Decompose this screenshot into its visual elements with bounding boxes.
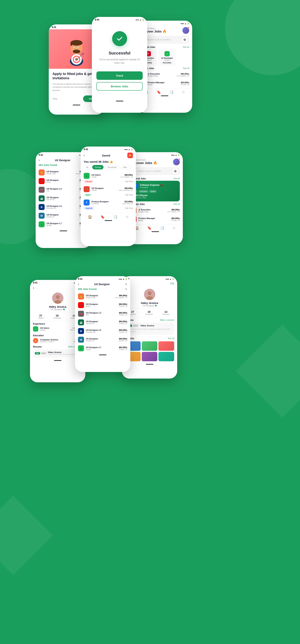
beats-logo: 🎵 [39, 178, 45, 184]
nav-search-saved[interactable]: 🔖 [101, 215, 105, 219]
feat-company-spotify: Spotify [160, 59, 174, 61]
resume-card-r[interactable]: PDF DOC Haley Jessica Lorem ipsum dolor … [125, 322, 174, 334]
saved-job-dribble[interactable]: 🏀 UX Designer Dribble $96,000/y San Fran… [81, 185, 136, 198]
profile-role-right: UX Designer [143, 304, 156, 307]
wordpress-logo: W [39, 213, 45, 219]
time-onboard: 9:41 [52, 26, 56, 28]
success-subtitle: You've successfully applied to Spotify U… [96, 58, 143, 65]
time-uxlist: 9:41 [39, 154, 43, 156]
back-btn-profile[interactable]: ‹ [33, 286, 34, 290]
portfolio-thumb-6[interactable] [158, 352, 174, 361]
stat-reviewed: 19 Reviewed [53, 314, 61, 319]
popular-job-company-1: Burger King [148, 75, 175, 77]
popular-job-company-2: Beats [148, 84, 179, 86]
job-item-spotify2[interactable]: ♪ UX Designer L7Spotify $84,000/yFlorida… [75, 344, 130, 352]
nav-search-d2[interactable]: 🔖 [147, 226, 151, 230]
close-btn-uxlist2[interactable]: ✕ [125, 282, 127, 286]
time-uxlist2: 9:41 [78, 278, 83, 280]
svg-point-6 [74, 48, 75, 48]
nav-profile-d2[interactable]: ⚙ [172, 226, 175, 230]
make-resume-r[interactable]: Make a resume [160, 319, 174, 322]
nav-saved-1[interactable]: 📑 [169, 90, 173, 94]
featured-card-spotify[interactable]: ♪ Sr Developer Spotify $115,000/y [159, 49, 175, 66]
see-all-featured-1[interactable]: See all [183, 46, 189, 48]
filter-developer[interactable]: Developer [105, 165, 119, 170]
booking-logo: B [39, 204, 45, 210]
portfolio-thumb-5[interactable] [142, 352, 157, 361]
job-item-starbucks2[interactable]: ☕ UX DesignerStar Bucks $84,000/yFlorida… [75, 318, 130, 327]
saved-badge-icon: 🔔 [127, 152, 133, 158]
portfolio-thumb-2[interactable] [142, 341, 157, 351]
skip-button[interactable]: Skip [52, 97, 57, 100]
feat-title-spotify: Sr Developer [160, 57, 174, 59]
see-all-popular-2[interactable]: See all [173, 203, 180, 206]
saved-job-facebook[interactable]: f Product Designer Facebook $13,000/y Sa… [81, 198, 136, 211]
see-all-featured-2[interactable]: See all [173, 177, 180, 180]
jobs-found-uxlist2: 293 Jobs Found [78, 288, 97, 291]
success-title: Successful [109, 51, 130, 56]
svg-rect-3 [70, 42, 72, 46]
filter-icon-1[interactable]: ⚙ [182, 38, 187, 42]
job-item-beats2[interactable]: 🎵 UX DesignerBeats $84,000/yFlorida, US [75, 301, 130, 310]
search-placeholder-2: Search a job or position [138, 170, 161, 172]
browse-jobs-button[interactable]: Browse Jobs [96, 82, 143, 90]
popular-job-title-1: Jr Executive [148, 73, 175, 75]
type-fulltime-3: Full-Time [125, 207, 133, 209]
filter-all[interactable]: All [84, 165, 91, 170]
see-all-popular-1[interactable]: See all [183, 67, 189, 70]
saved-dribble-logo: 🏀 [84, 186, 90, 192]
svg-point-17 [56, 295, 60, 299]
back-btn-uxlist2[interactable]: ‹ [78, 282, 79, 286]
filter-btn-uxlist2[interactable]: ⇅ [125, 288, 127, 291]
experience-title: Experience [33, 322, 45, 325]
job-item-bk2[interactable]: 🍔 UX DesignerBurger King $96,000/yLos An… [75, 292, 130, 301]
edit-btn-profile-r[interactable]: Edit [170, 282, 174, 286]
back-btn-uxlist[interactable]: ‹ [39, 158, 40, 162]
nav-search-1[interactable]: 🔖 [157, 90, 161, 94]
tag-junior: Junior [149, 190, 157, 193]
nav-profile-saved[interactable]: ⚙ [126, 215, 129, 219]
filter-design[interactable]: Design [92, 165, 104, 170]
spotify-logo: ♪ [164, 51, 170, 56]
fiat-logo: 🚗 [39, 187, 45, 193]
tag-fulltime: Full-Time [138, 190, 148, 193]
stat-applied: 27 Applied [38, 314, 43, 319]
jobs-found-uxlist: 293 Jobs Found [39, 164, 57, 167]
track-button[interactable]: Track [96, 72, 143, 80]
status-icons-profile-right: ●●●▲🔋 [165, 278, 174, 280]
bk-logo: 🍔 [39, 170, 45, 176]
status-icons-discover1: ●●●▲🔋 [180, 22, 189, 24]
job-item-wordpress2[interactable]: W UX DesignerWordpress $84,000/yFlorida,… [75, 335, 130, 344]
saved-count: You saved 48 Jobs 👍 [81, 159, 136, 165]
back-btn-saved[interactable]: ‹ [84, 154, 85, 158]
featured-green-card[interactable]: f Software Engineer 💼 Facebook IT Full-T… [131, 181, 180, 202]
starbucks-logo: ☕ [39, 196, 45, 202]
nav-saved-active[interactable]: 📑 [113, 215, 117, 219]
portfolio-thumb-3[interactable] [158, 341, 174, 351]
time-saved: 9:41 [84, 148, 88, 151]
featured-green-title: Software Engineer 💼 [140, 184, 163, 186]
search-bar-1[interactable]: 🔍 Search a job or position ⚙ [140, 36, 189, 44]
notif-dot-2 [178, 158, 180, 160]
status-applied: Applied [84, 207, 94, 210]
type-fulltime-2: Full-Time [125, 194, 133, 196]
featured-green-location: California, USA [133, 197, 177, 199]
uxlist-header: UX Designer [55, 159, 70, 162]
job-item-fiat2[interactable]: 🚗 UX Designer L3Fiat $84,000/yFlorida, U… [75, 310, 130, 318]
search-bar-2[interactable]: 🔍 Search a job or position ⚙ [131, 167, 180, 175]
svg-point-20 [148, 292, 151, 295]
nav-profile-1[interactable]: ⚙ [182, 90, 185, 94]
nav-home-saved[interactable]: 🏠 [88, 215, 92, 219]
profile-role-left: UX Designer [51, 308, 64, 310]
nav-saved-d2[interactable]: 📑 [160, 226, 164, 230]
filter-more[interactable]: Mar... [121, 165, 131, 170]
type-fulltime-1: Full-Time [125, 180, 133, 182]
job-item-booking2[interactable]: B UX Designer L5Booking.com $84,000/yFlo… [75, 327, 130, 335]
education-title: Education [33, 334, 44, 337]
hero-character [64, 31, 89, 67]
featured-green-company: Facebook [140, 186, 163, 188]
portfolio-see-all[interactable]: See all [168, 337, 174, 340]
filter-icon-2[interactable]: ⚙ [173, 169, 177, 174]
feat-salary-spotify: $115,000/y [160, 62, 174, 64]
saved-job-spotify[interactable]: ♪ UX Intern Spotify $88,000/y Los Angele… [81, 171, 136, 185]
